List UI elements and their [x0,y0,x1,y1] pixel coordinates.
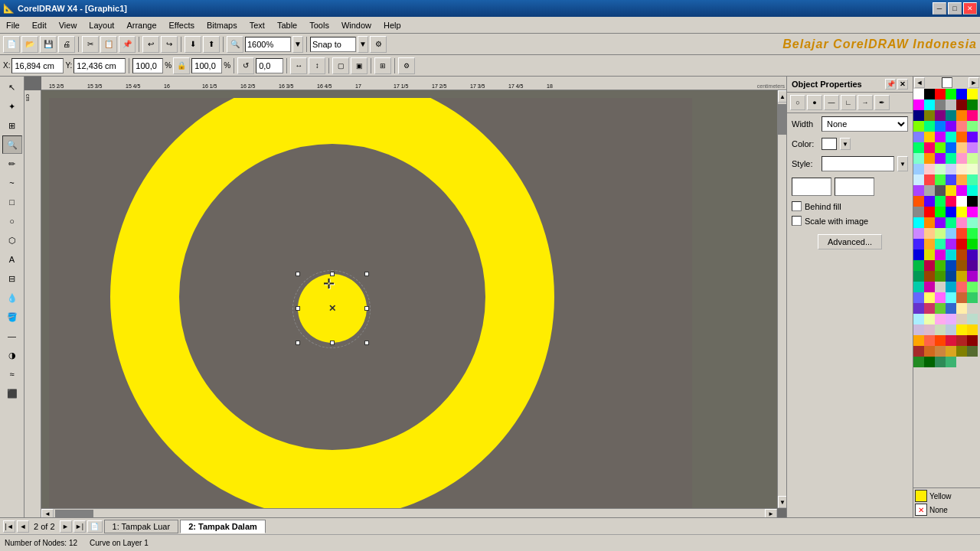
palette-cell[interactable] [935,335,946,346]
scrollbar-h[interactable]: ◄ ► [41,508,777,517]
palette-cell[interactable] [946,271,956,282]
palette-cell[interactable] [913,110,924,121]
palette-cell[interactable] [956,303,967,314]
palette-cell[interactable] [924,132,935,142]
palette-cell[interactable] [967,239,978,249]
palette-cell[interactable] [967,153,978,164]
current-fill-box[interactable] [915,490,927,502]
palette-cell[interactable] [967,303,978,314]
palette-cell[interactable] [913,357,924,367]
scroll-right-btn[interactable]: ► [765,509,777,517]
new-button[interactable]: 📄 [3,36,20,53]
palette-cell[interactable] [924,314,935,324]
advanced-button[interactable]: Advanced... [818,234,882,249]
palette-cell[interactable] [913,282,924,292]
palette-cell[interactable] [946,110,956,121]
palette-cell[interactable] [946,239,956,249]
style-input[interactable] [822,156,894,171]
width-input[interactable]: 100,0 [132,58,163,73]
palette-cell[interactable] [946,314,956,324]
palette-cell[interactable] [935,142,946,153]
undo-button[interactable]: ↩ [142,36,159,53]
tool-shape[interactable]: ✦ [2,97,22,116]
fill-tab[interactable]: ● [807,95,822,110]
palette-cell[interactable] [935,324,946,335]
palette-cell[interactable] [924,142,935,153]
palette-cell[interactable] [946,292,956,303]
handle-br[interactable] [364,341,369,345]
palette-cell[interactable] [967,121,978,132]
palette-cell[interactable] [956,174,967,185]
palette-cell[interactable] [924,196,935,207]
add-page-btn[interactable]: 📄 [87,520,103,533]
lock-aspect[interactable]: 🔒 [173,57,190,74]
palette-cell[interactable] [935,196,946,207]
snap-arrow[interactable]: ▼ [358,36,368,53]
open-button[interactable]: 📂 [21,36,38,53]
redo-button[interactable]: ↪ [161,36,178,53]
tool-polygon[interactable]: ⬡ [2,231,22,249]
palette-cell[interactable] [913,249,924,260]
palette-cell[interactable] [956,314,967,324]
palette-cell[interactable] [956,271,967,282]
palette-cell[interactable] [935,282,946,292]
palette-cell[interactable] [967,207,978,217]
palette-cell[interactable] [913,303,924,314]
style-dropdown[interactable]: ▼ [897,156,908,171]
palette-cell[interactable] [967,89,978,99]
palette-cell[interactable] [935,207,946,217]
palette-cell[interactable] [946,121,956,132]
scroll-down-btn[interactable]: ▼ [778,496,786,508]
palette-cell[interactable] [913,346,924,357]
palette-cell[interactable] [913,260,924,271]
palette-cell[interactable] [956,217,967,228]
palette-cell[interactable] [956,249,967,260]
palette-cell[interactable] [946,153,956,164]
palette-cell[interactable] [935,260,946,271]
line-box-2[interactable] [835,178,874,196]
snap-options[interactable]: ⚙ [370,36,387,53]
first-page-btn[interactable]: |◄ [3,520,15,533]
zoom-combo-arrow[interactable]: ▼ [292,36,303,53]
tool-table[interactable]: ⊟ [2,269,22,288]
palette-cell[interactable] [956,260,967,271]
outline-tab[interactable]: ○ [790,95,805,110]
palette-cell[interactable] [967,324,978,335]
palette-cell[interactable] [967,196,978,207]
scroll-thumb-v[interactable] [778,104,786,135]
palette-cell[interactable] [913,324,924,335]
palette-cell[interactable] [946,282,956,292]
palette-cell[interactable] [946,174,956,185]
palette-cell[interactable] [913,314,924,324]
handle-tr[interactable] [364,272,369,276]
palette-cell[interactable] [924,292,935,303]
scroll-thumb-h[interactable] [55,510,93,517]
tool-freehand[interactable]: ✏ [2,155,22,173]
rotate-input[interactable]: 0,0 [256,58,283,73]
palette-cell[interactable] [967,228,978,239]
palette-cell[interactable] [913,185,924,196]
mirror-h[interactable]: ↔ [290,57,307,74]
color-dropdown[interactable]: ▼ [840,138,851,150]
palette-cell[interactable] [913,239,924,249]
palette-cell[interactable] [924,217,935,228]
palette-cell[interactable] [913,335,924,346]
palette-cell[interactable] [913,164,924,174]
palette-cell[interactable] [935,132,946,142]
palette-cell[interactable] [924,99,935,110]
palette-cell[interactable] [956,99,967,110]
palette-cell[interactable] [956,346,967,357]
palette-cell[interactable] [956,153,967,164]
palette-cell[interactable] [935,174,946,185]
palette-cell[interactable] [935,239,946,249]
palette-cell[interactable] [935,153,946,164]
palette-cell[interactable] [956,335,967,346]
palette-cell[interactable] [924,185,935,196]
x-input[interactable]: 16,894 cm [11,58,64,73]
tool-rect[interactable]: □ [2,193,22,211]
scroll-left-btn[interactable]: ◄ [41,509,54,517]
scrollbar-v[interactable]: ▲ ▼ [777,90,786,508]
menu-text[interactable]: Text [243,17,271,33]
tool-smart[interactable]: ~ [2,174,22,192]
palette-cell[interactable] [967,314,978,324]
